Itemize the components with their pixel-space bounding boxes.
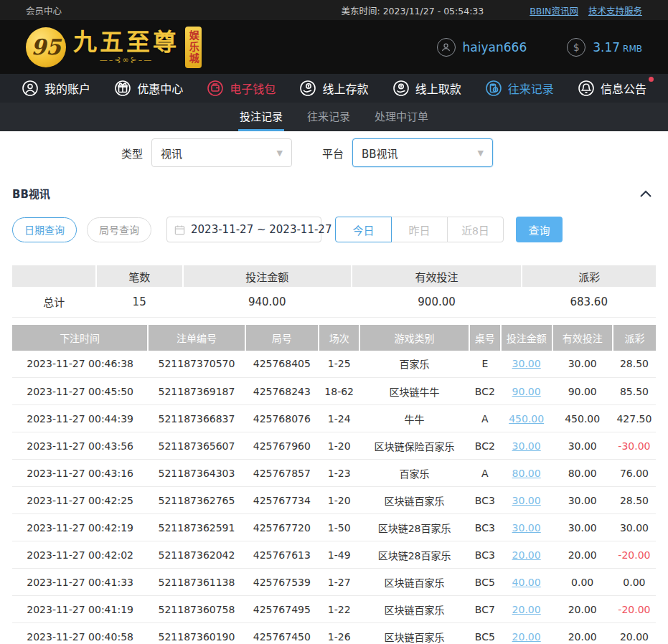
col-table-no: 桌号 [469, 325, 501, 351]
balance-block[interactable]: $ 3.17 RMB [567, 38, 642, 57]
col-session: 场次 [319, 325, 359, 351]
cell-valid-bet: 80.00 [552, 460, 613, 487]
date-range-input[interactable]: 2023-11-27 ~ 2023-11-27 [166, 217, 321, 242]
nav-online-deposit[interactable]: 线上存款 [299, 80, 368, 97]
logo-subtitle: 娱乐城 [185, 27, 202, 68]
cell-session: 1-26 [319, 623, 359, 644]
nav-label: 优惠中心 [137, 80, 183, 97]
cell-table-no: BC3 [469, 487, 501, 514]
today-button[interactable]: 今日 [335, 217, 392, 242]
balance-value: 3.17 [593, 40, 620, 55]
date-query-button[interactable]: 日期查询 [12, 217, 77, 242]
tab-transaction-records[interactable]: 往来记录 [306, 103, 352, 131]
summary-header-payout: 派彩 [522, 265, 656, 287]
cell-round-id: 425767734 [245, 487, 319, 514]
summary-header-count: 笔数 [96, 265, 183, 287]
cell-session: 1-50 [319, 514, 359, 541]
cell-valid-bet: 450.00 [552, 405, 613, 432]
cell-bet-time: 2023-11-27 00:40:58 [12, 623, 148, 644]
nav-my-account[interactable]: 我的账户 [22, 80, 90, 97]
time-label: 美东时间: [341, 6, 380, 16]
bet-amount-link[interactable]: 90.00 [512, 386, 541, 397]
tab-bet-records[interactable]: 投注记录 [238, 103, 284, 131]
section-title: BB视讯 [12, 186, 50, 201]
search-button[interactable]: 查询 [516, 217, 563, 242]
nav-promotions[interactable]: 优惠中心 [114, 80, 183, 97]
cell-bet-amount: 30.00 [501, 351, 552, 378]
user-icon [437, 38, 456, 57]
cell-payout: 85.50 [613, 378, 656, 405]
bet-amount-link[interactable]: 80.00 [512, 468, 541, 479]
yesterday-button[interactable]: 昨日 [391, 217, 448, 242]
bet-amount-link[interactable]: 20.00 [512, 631, 541, 643]
deposit-icon [299, 80, 316, 97]
summary-header-blank [12, 265, 96, 287]
cell-game-type: 区块链百家乐 [359, 623, 469, 644]
cell-payout: -20.00 [613, 596, 656, 623]
cell-bet-time: 2023-11-27 00:42:25 [12, 487, 148, 514]
summary-total-row: 总计 15 940.00 900.00 683.60 [12, 287, 656, 317]
cell-bet-amount: 30.00 [501, 514, 552, 541]
cell-bet-amount: 90.00 [501, 378, 552, 405]
platform-label: 平台 [322, 146, 344, 161]
nav-online-withdraw[interactable]: 线上取款 [392, 80, 461, 97]
cell-valid-bet: 20.00 [552, 623, 613, 644]
record-tabs: 投注记录 往来记录 处理中订单 [0, 103, 668, 131]
eastern-time: 美东时间: 2023/11/27 - 05:54:33 [341, 4, 484, 17]
site-logo[interactable]: 95 九五至尊 —–⊰∞⊱–— 娱乐城 [26, 27, 202, 68]
round-query-button[interactable]: 局号查询 [87, 217, 151, 242]
logo-text: 九五至尊 —–⊰∞⊱–— [73, 30, 179, 64]
cell-table-no: BC3 [469, 541, 501, 569]
cell-game-type: 区块链28百家乐 [359, 541, 469, 569]
collapse-chevron-up-icon[interactable] [636, 186, 656, 201]
bet-amount-link[interactable]: 30.00 [512, 522, 541, 534]
table-row: 2023-11-27 00:42:25 521187362765 4257677… [12, 487, 656, 514]
nav-e-wallet[interactable]: 电子钱包 [207, 80, 276, 97]
member-center-link[interactable]: 会员中心 [26, 4, 62, 17]
cell-session: 1-24 [319, 405, 359, 432]
table-row: 2023-11-27 00:44:39 521187366837 4257680… [12, 405, 656, 432]
bbin-news-link[interactable]: BBIN资讯网 [530, 4, 578, 17]
cell-payout: 28.50 [613, 351, 656, 378]
bet-amount-link[interactable]: 40.00 [512, 577, 541, 588]
table-row: 2023-11-27 00:42:19 521187362591 4257677… [12, 514, 656, 541]
cell-bet-amount: 80.00 [501, 460, 552, 487]
nav-label: 往来记录 [508, 80, 554, 97]
nav-transaction-records[interactable]: 往来记录 [485, 80, 554, 97]
bet-amount-link[interactable]: 30.00 [512, 495, 541, 506]
bet-amount-link[interactable]: 30.00 [512, 358, 541, 369]
account-icon [22, 80, 39, 97]
wallet-icon [207, 80, 224, 97]
col-order-id: 注单编号 [148, 325, 245, 351]
cell-bet-amount: 20.00 [501, 623, 552, 644]
bet-amount-link[interactable]: 30.00 [512, 440, 541, 452]
cell-order-id: 521187365607 [148, 432, 245, 460]
summary-bet-total: 940.00 [183, 287, 352, 317]
cell-round-id: 425767857 [245, 460, 319, 487]
type-select[interactable]: 视讯 ▼ [151, 138, 292, 167]
main-nav: 我的账户 优惠中心 电子钱包 线上存款 线上取款 往来记录 信息公告 [0, 74, 668, 103]
cell-bet-time: 2023-11-27 00:45:50 [12, 378, 148, 405]
bet-amount-link[interactable]: 20.00 [512, 604, 541, 615]
username: haiyan666 [463, 40, 527, 55]
bet-table-body: 2023-11-27 00:46:38 521187370570 4257684… [12, 351, 656, 644]
top-bar: 会员中心 美东时间: 2023/11/27 - 05:54:33 BBIN资讯网… [0, 0, 668, 20]
table-row: 2023-11-27 00:46:38 521187370570 4257684… [12, 351, 656, 378]
last-8-days-button[interactable]: 近8日 [447, 217, 504, 242]
bet-amount-link[interactable]: 20.00 [512, 549, 541, 561]
summary-total-label: 总计 [12, 287, 96, 317]
platform-select[interactable]: BB视讯 ▼ [352, 138, 493, 167]
cell-valid-bet: 30.00 [552, 432, 613, 460]
table-row: 2023-11-27 00:45:50 521187369187 4257682… [12, 378, 656, 405]
nav-label: 我的账户 [44, 80, 90, 97]
username-block[interactable]: haiyan666 [437, 38, 527, 57]
nav-announcements[interactable]: 信息公告 [578, 80, 646, 97]
currency-label: RMB [623, 44, 642, 54]
bet-amount-link[interactable]: 450.00 [509, 413, 544, 425]
tech-support-link[interactable]: 技术支持服务 [588, 4, 642, 17]
cell-game-type: 区块链百家乐 [359, 596, 469, 623]
summary-valid-total: 900.00 [352, 287, 522, 317]
table-row: 2023-11-27 00:41:19 521187360758 4257674… [12, 596, 656, 623]
cell-bet-time: 2023-11-27 00:42:02 [12, 541, 148, 569]
tab-pending-orders[interactable]: 处理中订单 [373, 103, 430, 131]
